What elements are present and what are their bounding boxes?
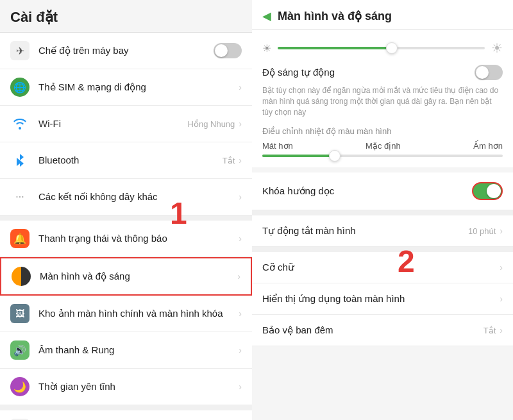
wallpaper-icon: 🖼 bbox=[10, 304, 29, 323]
right-menu-item-font-size[interactable]: Cỡ chữ › bbox=[252, 252, 513, 283]
bell-icon: 🔔 bbox=[10, 229, 29, 248]
back-arrow[interactable]: ◀ bbox=[262, 9, 271, 23]
menu-item-label-airplane: Chế độ trên máy bay bbox=[38, 44, 214, 57]
right-menu-item-auto-off[interactable]: Tự động tắt màn hình 10 phút › bbox=[252, 215, 513, 247]
menu-item-wallpaper[interactable]: 🖼 Kho ảnh màn hình chính và màn hình khó… bbox=[0, 296, 252, 332]
temp-fill bbox=[262, 155, 335, 157]
wifi-icon bbox=[10, 114, 29, 133]
auto-off-label: Tự động tắt màn hình bbox=[262, 225, 468, 237]
menu-item-label-quiet: Thời gian yên tĩnh bbox=[38, 380, 239, 393]
auto-brightness-row: Độ sáng tự động bbox=[262, 65, 503, 80]
menu-item-bluetooth[interactable]: Bluetooth Tắt › bbox=[0, 142, 252, 179]
menu-item-label-notifications: Thanh trạng thái và thông báo bbox=[38, 232, 239, 245]
lock-rotation-label: Khóa hướng dọc bbox=[262, 185, 472, 197]
lock-rotation-toggle[interactable] bbox=[472, 182, 503, 200]
menu-item-screen[interactable]: Màn hình và độ sáng › bbox=[0, 257, 252, 296]
temp-slider[interactable] bbox=[262, 155, 503, 157]
fullscreen-label: Hiển thị ứng dụng toàn màn hình bbox=[262, 293, 500, 305]
brightness-thumb bbox=[386, 42, 398, 54]
menu-list: ✈ Chế độ trên máy bay 🌐 Thẻ SIM & mạng d… bbox=[0, 33, 252, 420]
right-panel: ◀ Màn hình và độ sáng ☀ ☀ Độ sáng tự độn… bbox=[252, 0, 513, 420]
menu-item-quiet[interactable]: 🌙 Thời gian yên tĩnh › bbox=[0, 369, 252, 405]
moon-icon: 🌙 bbox=[10, 377, 29, 396]
menu-item-label-sim: Thẻ SIM & mạng di động bbox=[38, 81, 239, 94]
airplane-icon: ✈ bbox=[10, 41, 29, 60]
chevron-font-size: › bbox=[500, 262, 503, 273]
temp-labels: Mát hơn Mặc định Ấm hơn bbox=[262, 141, 503, 151]
menu-item-sim[interactable]: 🌐 Thẻ SIM & mạng di động › bbox=[0, 69, 252, 106]
font-size-label: Cỡ chữ bbox=[262, 262, 500, 273]
right-content: ☀ ☀ Độ sáng tự động Bật tùy chọn này để … bbox=[252, 30, 513, 420]
brightness-fill bbox=[278, 47, 392, 49]
auto-brightness-label: Độ sáng tự động bbox=[262, 67, 335, 78]
left-title: Cài đặt bbox=[10, 9, 58, 25]
brightness-slider[interactable] bbox=[278, 47, 485, 49]
section-gap-2 bbox=[0, 405, 252, 410]
menu-item-value-wifi: Hồng Nhung bbox=[188, 119, 235, 129]
chevron-screen: › bbox=[237, 271, 240, 281]
brightness-section: ☀ ☀ Độ sáng tự động Bật tùy chọn này để … bbox=[252, 30, 513, 167]
auto-brightness-desc: Bật tùy chọn này để ngăn ngừa mỏi mắt và… bbox=[262, 85, 503, 117]
other-connections-icon: ··· bbox=[10, 187, 29, 206]
menu-item-airplane[interactable]: ✈ Chế độ trên máy bay bbox=[0, 33, 252, 69]
temp-cool-label: Mát hơn bbox=[262, 141, 293, 151]
sun-dim-icon: ☀ bbox=[262, 42, 271, 55]
chevron-other: › bbox=[239, 192, 242, 202]
chevron-wallpaper: › bbox=[239, 308, 242, 319]
menu-item-sound[interactable]: 🔊 Âm thanh & Rung › bbox=[0, 332, 252, 369]
chevron-sim: › bbox=[239, 82, 242, 92]
sim-icon: 🌐 bbox=[10, 78, 29, 97]
airplane-toggle[interactable] bbox=[214, 43, 242, 58]
screen-icon bbox=[12, 267, 31, 286]
brightness-row: ☀ ☀ bbox=[262, 40, 503, 56]
menu-item-value-bluetooth: Tắt bbox=[223, 156, 235, 165]
menu-item-wifi[interactable]: Wi-Fi Hồng Nhung › bbox=[0, 106, 252, 142]
sound-icon: 🔊 bbox=[10, 340, 29, 360]
section-gap-1 bbox=[0, 215, 252, 221]
left-panel: Cài đặt ✈ Chế độ trên máy bay 🌐 Thẻ SIM … bbox=[0, 0, 252, 420]
temp-default-label: Mặc định bbox=[366, 141, 401, 151]
right-header: ◀ Màn hình và độ sáng bbox=[252, 0, 513, 30]
chevron-auto-off: › bbox=[500, 226, 503, 236]
bluetooth-icon bbox=[10, 151, 29, 170]
right-title: Màn hình và độ sáng bbox=[278, 9, 392, 23]
right-menu-item-fullscreen[interactable]: Hiển thị ứng dụng toàn màn hình › bbox=[252, 283, 513, 315]
menu-item-label-other: Các kết nối không dây khác bbox=[38, 190, 239, 203]
night-mode-value: Tắt bbox=[484, 326, 496, 335]
chevron-wifi: › bbox=[239, 119, 242, 129]
temp-warm-label: Ấm hơn bbox=[473, 141, 503, 151]
left-header: Cài đặt bbox=[0, 0, 252, 33]
menu-item-other-connections[interactable]: ··· Các kết nối không dây khác › bbox=[0, 179, 252, 215]
night-mode-label: Bảo vệ ban đêm bbox=[262, 324, 484, 336]
chevron-fullscreen: › bbox=[500, 294, 503, 304]
menu-item-fingerprint[interactable]: 👆 Dấu vân tay, khuôn mặt, mật khẩu › bbox=[0, 410, 252, 420]
sun-bright-icon: ☀ bbox=[491, 40, 503, 56]
chevron-bluetooth: › bbox=[239, 155, 242, 165]
chevron-notifications: › bbox=[239, 233, 242, 244]
menu-item-label-wifi: Wi-Fi bbox=[38, 117, 188, 130]
auto-off-value: 10 phút bbox=[468, 226, 496, 236]
menu-item-label-screen: Màn hình và độ sáng bbox=[40, 270, 237, 283]
temp-thumb bbox=[329, 150, 341, 162]
auto-brightness-toggle[interactable] bbox=[475, 65, 503, 80]
divider-2 bbox=[252, 247, 513, 252]
menu-item-label-sound: Âm thanh & Rung bbox=[38, 344, 239, 357]
chevron-quiet: › bbox=[239, 382, 242, 392]
chevron-night-mode: › bbox=[500, 325, 503, 335]
right-menu-item-lock-rotation[interactable]: Khóa hướng dọc bbox=[252, 172, 513, 210]
temp-section-label: Điều chỉnh nhiệt độ màu màn hình bbox=[262, 126, 503, 136]
chevron-sound: › bbox=[239, 345, 242, 355]
menu-item-label-bluetooth: Bluetooth bbox=[38, 154, 223, 167]
menu-item-notifications[interactable]: 🔔 Thanh trạng thái và thông báo › bbox=[0, 221, 252, 257]
divider-1 bbox=[252, 210, 513, 215]
right-menu-item-night-mode[interactable]: Bảo vệ ban đêm Tắt › bbox=[252, 315, 513, 346]
menu-item-label-wallpaper: Kho ảnh màn hình chính và màn hình khóa bbox=[38, 307, 239, 320]
